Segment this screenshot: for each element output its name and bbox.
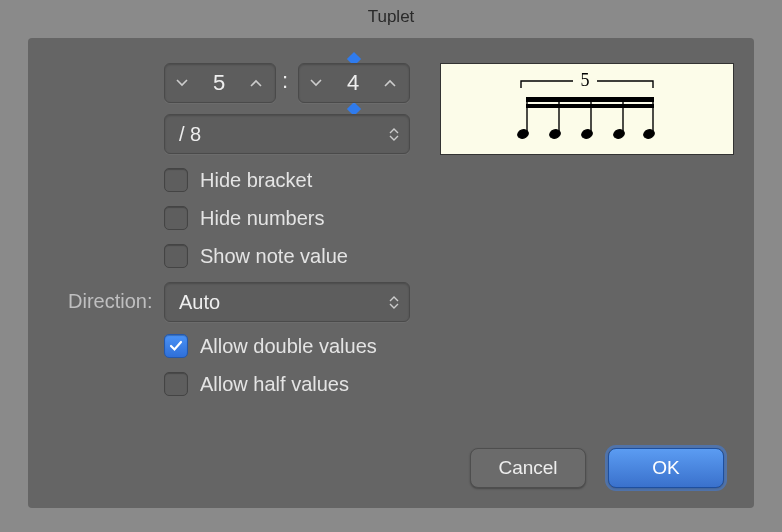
window-title: Tuplet: [0, 0, 782, 34]
allow-double-row: Allow double values: [164, 334, 377, 358]
chevron-down-icon[interactable]: [165, 64, 199, 102]
hide-numbers-row: Hide numbers: [164, 206, 325, 230]
direction-value: Auto: [179, 291, 220, 314]
hide-numbers-label: Hide numbers: [200, 207, 325, 230]
show-note-value-row: Show note value: [164, 244, 348, 268]
check-icon: [169, 340, 183, 352]
direction-label: Direction:: [68, 290, 152, 313]
tuplet-left-stepper[interactable]: 5: [164, 63, 276, 103]
show-note-value-checkbox[interactable]: [164, 244, 188, 268]
hide-numbers-checkbox[interactable]: [164, 206, 188, 230]
allow-half-checkbox[interactable]: [164, 372, 188, 396]
tuplet-dialog: 5 : 4 / 8 Hide bracket Hide numbers Show…: [28, 38, 754, 508]
ratio-colon: :: [282, 68, 288, 94]
tuplet-right-value[interactable]: 4: [333, 70, 373, 96]
allow-half-row: Allow half values: [164, 372, 349, 396]
tuplet-preview-number: 5: [581, 70, 590, 90]
hide-bracket-label: Hide bracket: [200, 169, 312, 192]
svg-rect-0: [526, 97, 654, 102]
tuplet-preview: 5: [440, 63, 734, 155]
svg-rect-1: [526, 104, 654, 108]
ok-button[interactable]: OK: [608, 448, 724, 488]
select-arrows-icon: [389, 296, 399, 309]
allow-double-label: Allow double values: [200, 335, 377, 358]
hide-bracket-row: Hide bracket: [164, 168, 312, 192]
select-arrows-icon: [389, 128, 399, 141]
denominator-select[interactable]: / 8: [164, 114, 410, 154]
hide-bracket-checkbox[interactable]: [164, 168, 188, 192]
denominator-value: / 8: [179, 123, 201, 146]
tuplet-right-stepper[interactable]: 4: [298, 63, 410, 103]
show-note-value-label: Show note value: [200, 245, 348, 268]
tuplet-left-value[interactable]: 5: [199, 70, 239, 96]
allow-half-label: Allow half values: [200, 373, 349, 396]
allow-double-checkbox[interactable]: [164, 334, 188, 358]
chevron-down-icon[interactable]: [299, 64, 333, 102]
chevron-up-icon[interactable]: [373, 64, 407, 102]
chevron-up-icon[interactable]: [239, 64, 273, 102]
cancel-button[interactable]: Cancel: [470, 448, 586, 488]
direction-select[interactable]: Auto: [164, 282, 410, 322]
